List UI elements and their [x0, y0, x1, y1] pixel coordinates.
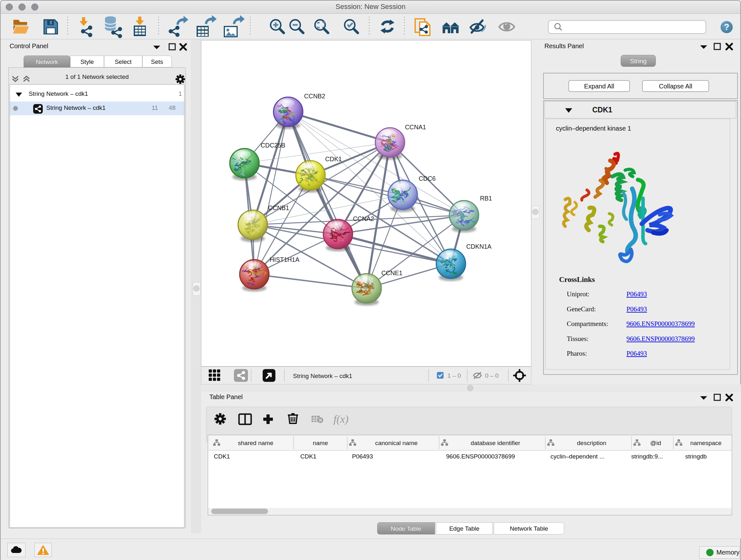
svg-text:shared name: shared name — [238, 440, 273, 446]
svg-text:CCNE1: CCNE1 — [381, 269, 402, 276]
svg-text:CCNB2: CCNB2 — [304, 92, 325, 100]
svg-text:namespace: namespace — [690, 440, 722, 446]
svg-text:String Network – cdk1: String Network – cdk1 — [293, 373, 352, 379]
svg-text:name: name — [313, 440, 328, 446]
svg-text:CDC6: CDC6 — [419, 175, 435, 182]
svg-text:HIST1H1A: HIST1H1A — [270, 256, 299, 263]
svg-text:CCNA1: CCNA1 — [405, 124, 426, 131]
svg-text:CDC25B: CDC25B — [261, 142, 285, 149]
svg-text:CDKN1A: CDKN1A — [466, 243, 491, 250]
svg-text:CDK1: CDK1 — [325, 155, 342, 163]
svg-text:1 – 0: 1 – 0 — [448, 372, 461, 379]
svg-text:0 – 0: 0 – 0 — [485, 372, 498, 379]
svg-text:database identifier: database identifier — [471, 440, 521, 446]
svg-text:RB1: RB1 — [480, 195, 492, 202]
svg-text:CCNB1: CCNB1 — [268, 204, 289, 211]
svg-text:CCNA2: CCNA2 — [353, 215, 374, 222]
svg-text:canonical name: canonical name — [375, 440, 417, 446]
svg-text:@id: @id — [650, 440, 661, 446]
svg-text:f(x): f(x) — [333, 413, 348, 425]
svg-text:description: description — [577, 440, 606, 446]
